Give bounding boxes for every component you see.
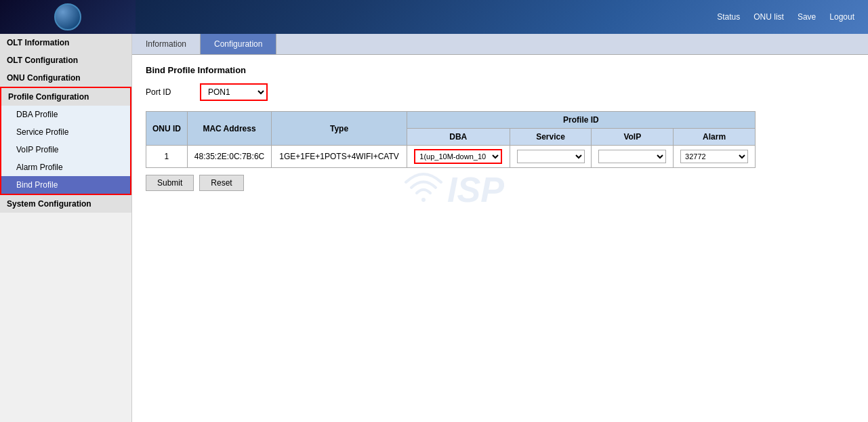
port-id-select[interactable]: PON1 PON2 PON3 PON4: [200, 83, 268, 101]
col-alarm: Alarm: [674, 129, 756, 146]
sidebar-item-dba-profile[interactable]: DBA Profile: [1, 106, 130, 123]
sidebar-item-onu-configuration[interactable]: ONU Configuration: [0, 69, 131, 87]
logo-area: [0, 0, 136, 34]
sidebar-item-olt-information[interactable]: OLT Information: [0, 34, 131, 51]
cell-alarm[interactable]: 32772: [674, 146, 756, 168]
sidebar: OLT Information OLT Configuration ONU Co…: [0, 34, 132, 422]
col-service: Service: [510, 129, 592, 146]
cell-service[interactable]: [510, 146, 592, 168]
submit-button[interactable]: Submit: [146, 175, 194, 191]
cell-onu-id: 1: [146, 146, 188, 168]
cell-mac-address: 48:35:2E:0C:7B:6C: [187, 146, 271, 168]
col-voip: VoIP: [592, 129, 674, 146]
logo-globe: [54, 3, 81, 30]
tab-configuration[interactable]: Configuration: [201, 34, 276, 54]
top-nav: Status ONU list Save Logout: [717, 12, 854, 22]
onu-list-link[interactable]: ONU list: [753, 12, 784, 22]
content-body: Bind Profile Information Port ID PON1 PO…: [132, 55, 868, 201]
sidebar-item-profile-configuration[interactable]: Profile Configuration: [1, 88, 130, 106]
col-mac-address: MAC Address: [187, 112, 271, 146]
service-select[interactable]: [517, 150, 585, 163]
dba-select[interactable]: 1(up_10M-down_10: [414, 149, 502, 164]
logout-link[interactable]: Logout: [829, 12, 854, 22]
profile-configuration-section: Profile Configuration DBA Profile Servic…: [0, 87, 131, 195]
tab-information[interactable]: Information: [132, 34, 201, 54]
port-id-row: Port ID PON1 PON2 PON3 PON4: [146, 83, 854, 101]
sidebar-item-olt-configuration[interactable]: OLT Configuration: [0, 51, 131, 69]
section-title: Bind Profile Information: [146, 65, 854, 75]
content-area: Information Configuration Bind Profile I…: [132, 34, 868, 422]
sidebar-item-voip-profile[interactable]: VoIP Profile: [1, 141, 130, 159]
status-link[interactable]: Status: [717, 12, 740, 22]
col-onu-id: ONU ID: [146, 112, 188, 146]
sidebar-item-alarm-profile[interactable]: Alarm Profile: [1, 159, 130, 176]
profile-table: ONU ID MAC Address Type Profile ID DBA S…: [146, 111, 756, 168]
save-link[interactable]: Save: [798, 12, 816, 22]
voip-select[interactable]: [598, 150, 666, 163]
sidebar-item-bind-profile[interactable]: Bind Profile: [1, 176, 130, 194]
sidebar-item-service-profile[interactable]: Service Profile: [1, 123, 130, 141]
cell-dba[interactable]: 1(up_10M-down_10: [407, 146, 510, 168]
cell-type: 1GE+1FE+1POTS+4WIFI+CATV: [272, 146, 407, 168]
main-layout: OLT Information OLT Configuration ONU Co…: [0, 34, 868, 422]
table-row: 1 48:35:2E:0C:7B:6C 1GE+1FE+1POTS+4WIFI+…: [146, 146, 756, 168]
port-id-label: Port ID: [146, 87, 186, 97]
col-profile-id: Profile ID: [407, 112, 755, 129]
reset-button[interactable]: Reset: [199, 175, 243, 191]
cell-voip[interactable]: [592, 146, 674, 168]
top-header: Status ONU list Save Logout: [0, 0, 868, 34]
col-type: Type: [272, 112, 407, 146]
sidebar-item-system-configuration[interactable]: System Configuration: [0, 195, 131, 213]
btn-row: Submit Reset: [146, 175, 854, 191]
alarm-select[interactable]: 32772: [680, 150, 748, 163]
tabs-bar: Information Configuration: [132, 34, 868, 55]
col-dba: DBA: [407, 129, 510, 146]
